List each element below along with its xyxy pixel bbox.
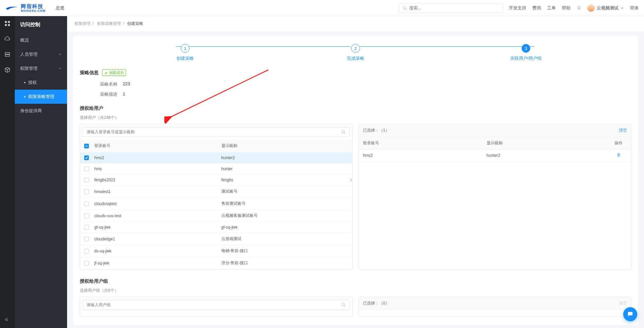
table-row[interactable]: fengbs2023fengbs: [80, 175, 352, 186]
section-grant-groups: 授权给用户组: [80, 278, 631, 284]
sidebar-item-overview[interactable]: 概况: [15, 33, 67, 47]
policy-desc-value: 1: [123, 91, 125, 97]
link-fee[interactable]: 费用: [532, 5, 541, 11]
svg-rect-6: [5, 52, 9, 54]
cube-icon[interactable]: [4, 66, 11, 73]
svg-point-0: [403, 6, 406, 9]
cloud-icon[interactable]: [4, 36, 11, 42]
cell-nick: hunter2: [221, 155, 348, 160]
sidebar-item-permission[interactable]: 权限管理: [15, 61, 67, 76]
table-row[interactable]: hms2hunter2: [80, 152, 352, 163]
icon-rail: [0, 16, 15, 328]
row-checkbox[interactable]: [84, 201, 89, 206]
remove-user-icon[interactable]: [616, 153, 621, 158]
table-row[interactable]: cloudv-cus-test云视频客服测试账号: [80, 210, 352, 222]
row-checkbox[interactable]: [84, 261, 89, 266]
sidebar-sub-auth[interactable]: 授权: [15, 76, 67, 90]
policy-name-row: 策略名称 223: [80, 79, 631, 89]
svg-rect-11: [86, 146, 88, 146]
selected-summary: 已选择：（1） 清空: [359, 124, 631, 137]
table-row[interactable]: cloudvsqtest售前测试账号: [80, 198, 352, 210]
cell-account: hmstest1: [94, 189, 221, 194]
group-search-input[interactable]: [87, 302, 341, 307]
chat-fab[interactable]: [623, 307, 637, 321]
user-name: 云视频测试: [597, 5, 619, 11]
transfer-arrow-icon[interactable]: [349, 178, 354, 183]
table-row[interactable]: hmstest1测试账号: [80, 186, 352, 198]
row-checkbox[interactable]: [84, 155, 89, 160]
cell-account: cloudv-cus-test: [94, 214, 221, 218]
chevron-up-icon: [58, 67, 62, 70]
server-icon[interactable]: [4, 51, 11, 58]
section-grant-users: 授权给用户: [80, 105, 631, 111]
bell-icon[interactable]: [577, 6, 581, 10]
cell-nick: 济分-售前-接口: [221, 260, 348, 266]
apps-icon[interactable]: [4, 20, 11, 27]
svg-line-1: [406, 8, 407, 10]
group-transfer: 已选择：（0） 清空: [80, 297, 631, 317]
link-dev-support[interactable]: 开发支持: [509, 5, 526, 11]
logo-swoosh-icon: [5, 5, 19, 11]
row-checkbox[interactable]: [84, 189, 89, 194]
user-menu[interactable]: 云视频测试: [587, 4, 624, 12]
link-ticket[interactable]: 工单: [547, 5, 556, 11]
select-all-checkbox[interactable]: [84, 144, 89, 148]
svg-rect-2: [5, 21, 7, 23]
cell-nick: fengbs: [221, 178, 348, 182]
svg-rect-5: [8, 24, 10, 26]
row-checkbox[interactable]: [84, 249, 89, 253]
search-icon: [341, 302, 346, 307]
row-checkbox[interactable]: [84, 214, 89, 218]
svg-point-9: [342, 130, 344, 133]
svg-point-12: [342, 303, 344, 306]
cell-account: hms: [94, 167, 221, 171]
main-content: 权限管理/ 权限策略管理/ 创建策略 1 创建策略 2 完成策略 3 关联用户/…: [67, 16, 644, 328]
crumb-permission[interactable]: 权限管理: [74, 21, 91, 26]
nav-overview[interactable]: 总览: [56, 5, 64, 11]
cell-nick: 云视频客服测试账号: [221, 213, 348, 219]
table-row[interactable]: dx-sq-jiek电销-售前-接口: [80, 245, 352, 257]
table-row[interactable]: cloudedge1云游戏测试: [80, 233, 352, 245]
badge-create-success: 创建成功: [102, 69, 126, 76]
cell-account: cloudvsqtest: [94, 201, 221, 206]
available-groups-panel: [80, 297, 353, 317]
row-checkbox[interactable]: [84, 178, 89, 182]
lang-switch[interactable]: 简体: [630, 5, 639, 11]
svg-rect-7: [5, 55, 9, 56]
sidebar-sub-policy[interactable]: 权限策略管理: [15, 90, 67, 104]
clear-selected-users[interactable]: 清空: [619, 128, 627, 133]
svg-rect-4: [5, 24, 7, 26]
sidebar-item-people[interactable]: 人员管理: [15, 47, 67, 61]
row-checkbox[interactable]: [84, 225, 89, 230]
user-search-input[interactable]: [87, 130, 341, 134]
user-search-box[interactable]: [83, 127, 350, 137]
sidebar-item-idp[interactable]: 身份提供商: [15, 104, 67, 118]
clear-selected-groups[interactable]: 清空: [619, 300, 627, 306]
cell-account: hms2: [363, 153, 487, 158]
table-row[interactable]: gf-sq-jiekgf-sq-jiek: [80, 222, 352, 233]
cell-nick: 测试账号: [221, 189, 348, 194]
link-help[interactable]: 帮助: [562, 5, 571, 11]
crumb-policy[interactable]: 权限策略管理: [97, 21, 121, 26]
sidebar-title: 访问控制: [15, 16, 67, 33]
global-search[interactable]: [399, 3, 503, 13]
cell-nick: hunter: [221, 167, 348, 171]
group-search-box[interactable]: [83, 300, 350, 310]
sidebar: 访问控制 概况 人员管理 权限管理 授权 权限策略管理 身份提供商: [15, 16, 67, 328]
user-transfer: 登录账号 显示昵称 hms2hunter2hmshunterfengbs2023…: [80, 124, 631, 270]
table-row[interactable]: hmshunter: [80, 163, 352, 175]
row-checkbox[interactable]: [84, 167, 89, 171]
brand-logo[interactable]: 网宿科技 WANGSU.COM: [5, 3, 46, 12]
svg-rect-3: [8, 21, 10, 23]
search-icon: [341, 130, 346, 134]
crumb-create: 创建策略: [127, 21, 143, 26]
collapse-rail-icon[interactable]: [5, 317, 10, 323]
table-row[interactable]: jf-sq-jiek济分-售前-接口: [80, 257, 352, 269]
global-search-input[interactable]: [409, 5, 499, 10]
search-icon: [402, 6, 407, 10]
available-users-panel: 登录账号 显示昵称 hms2hunter2hmshunterfengbs2023…: [80, 124, 353, 270]
row-checkbox[interactable]: [84, 237, 89, 241]
cell-nick: gf-sq-jiek: [221, 225, 348, 230]
chevron-down-icon: [621, 6, 624, 10]
cell-nick: 电销-售前-接口: [221, 248, 348, 254]
